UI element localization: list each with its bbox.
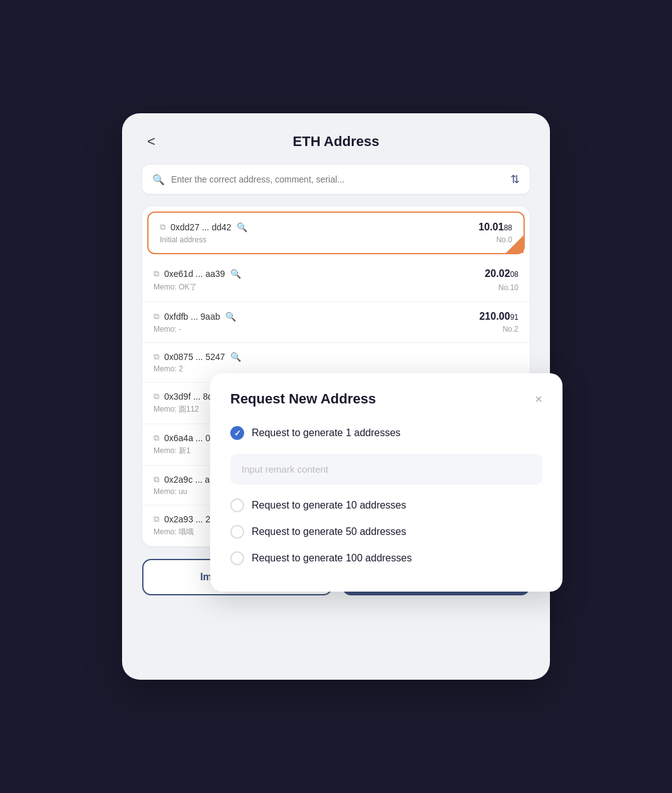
radio-label: Request to generate 10 addresses	[252, 500, 406, 511]
radio-label: Request to generate 100 addresses	[252, 553, 412, 564]
main-container: < ETH Address 🔍 ⇅ ⧉ 0xdd27 ... dd42 🔍 10…	[122, 113, 550, 680]
radio-circle	[230, 551, 244, 565]
modal-overlay: Request New Address × ✓ Request to gener…	[122, 113, 550, 680]
radio-circle-checked: ✓	[230, 426, 244, 440]
check-icon: ✓	[234, 429, 241, 438]
modal-close-button[interactable]: ×	[535, 393, 542, 405]
radio-label: Request to generate 1 addresses	[252, 427, 401, 439]
modal-header: Request New Address ×	[230, 391, 542, 407]
remark-input[interactable]	[230, 454, 542, 485]
radio-option[interactable]: ✓ Request to generate 1 addresses	[230, 422, 542, 444]
request-modal: Request New Address × ✓ Request to gener…	[210, 373, 563, 592]
radio-option[interactable]: Request to generate 50 addresses	[230, 521, 542, 543]
radio-option[interactable]: Request to generate 100 addresses	[230, 548, 542, 569]
radio-circle	[230, 525, 244, 539]
radio-option[interactable]: Request to generate 10 addresses	[230, 495, 542, 516]
radio-label: Request to generate 50 addresses	[252, 526, 406, 537]
radio-circle	[230, 498, 244, 512]
modal-options: ✓ Request to generate 1 addresses Reques…	[230, 422, 542, 569]
modal-title: Request New Address	[230, 391, 376, 407]
